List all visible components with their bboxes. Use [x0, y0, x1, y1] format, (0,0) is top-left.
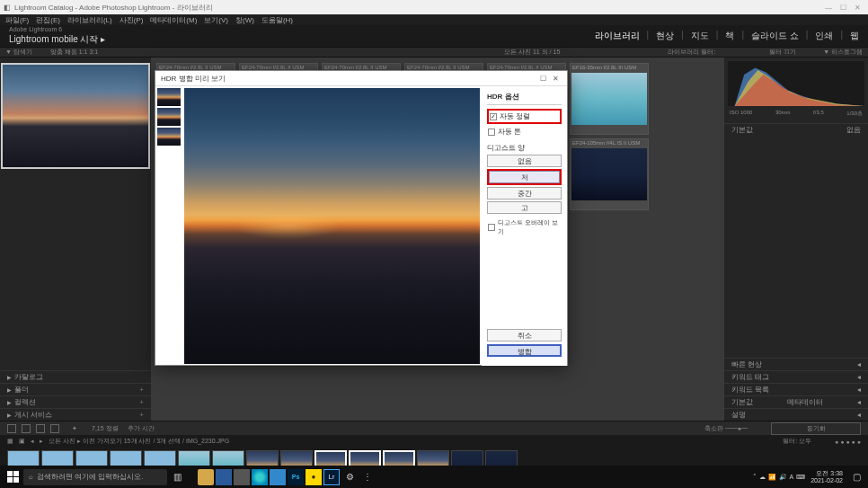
- tray-volume-icon[interactable]: 🔊: [779, 474, 787, 481]
- menu-view[interactable]: 보기(V): [204, 15, 228, 25]
- panel-catalog[interactable]: ▶카탈로그: [0, 370, 151, 383]
- minimize-button[interactable]: —: [821, 4, 836, 12]
- app-icon[interactable]: [270, 469, 286, 485]
- grid-toggle-icon[interactable]: ▦: [7, 438, 13, 445]
- nav-next-icon[interactable]: ▸: [40, 438, 43, 445]
- menu-library[interactable]: 라이브러리(L): [67, 15, 112, 25]
- module-map[interactable]: 지도: [691, 30, 709, 42]
- taskbar-clock[interactable]: 오전 3:38 2021-02-02: [810, 470, 843, 484]
- menu-edit[interactable]: 편집(E): [36, 15, 60, 25]
- plus-icon[interactable]: +: [139, 386, 144, 394]
- dialog-maximize-button[interactable]: ☐: [536, 75, 549, 83]
- module-web[interactable]: 웹: [850, 30, 859, 42]
- app-icon[interactable]: [234, 469, 250, 485]
- panel-keywording[interactable]: 키워드 태그◂: [724, 370, 868, 383]
- navigator-preview[interactable]: [1, 63, 150, 169]
- panel-keywordlist[interactable]: 키워드 목록◂: [724, 383, 868, 395]
- filmstrip-breadcrumb[interactable]: 모든 사진 ▸ 이전 가져오기 15개 사진 / 3개 선택 / IMG_223…: [49, 437, 229, 446]
- app-icon[interactable]: [216, 469, 232, 485]
- source-thumb[interactable]: [157, 88, 181, 106]
- notification-center-icon[interactable]: ▢: [848, 469, 864, 485]
- menu-help[interactable]: 도움말(H): [261, 15, 293, 25]
- filter-label[interactable]: 필터: 모두: [783, 437, 811, 446]
- file-explorer-icon[interactable]: [198, 469, 214, 485]
- menu-metadata[interactable]: 메타데이터(M): [150, 15, 197, 25]
- close-button[interactable]: ✕: [850, 4, 864, 12]
- panel-folders[interactable]: ▶폴더+: [0, 383, 151, 395]
- checkbox-icon[interactable]: [488, 129, 495, 136]
- settings-icon[interactable]: ⚙: [341, 469, 358, 485]
- second-window-icon[interactable]: ▣: [19, 438, 25, 445]
- panel-default[interactable]: 기본값없음: [724, 123, 868, 136]
- auto-tone-row[interactable]: 자동 톤: [487, 126, 562, 138]
- sort-field[interactable]: 추가 시간: [128, 424, 155, 433]
- overlay-row[interactable]: 디고스트 오버레이 보기: [487, 217, 562, 237]
- menu-file[interactable]: 파일(F): [5, 15, 29, 25]
- thumbnail-slider[interactable]: 축소판 ━━●━: [704, 424, 748, 433]
- compare-icon[interactable]: [36, 424, 45, 433]
- rp-val: 없음: [846, 125, 861, 135]
- start-button[interactable]: [4, 468, 22, 486]
- grid-count: 모든 사진 11 의 / 15: [504, 48, 560, 57]
- panel-collections[interactable]: ▶컬렉션+: [0, 395, 151, 408]
- deghost-none-button[interactable]: 없음: [487, 155, 562, 167]
- lightroom-icon[interactable]: Lr: [323, 469, 340, 485]
- checkbox-icon[interactable]: [488, 224, 495, 231]
- meta-shutter: 1/30초: [846, 110, 863, 118]
- module-library[interactable]: 라이브러리: [595, 30, 640, 42]
- menu-photo[interactable]: 사진(P): [120, 15, 144, 25]
- painter-icon[interactable]: ✦: [72, 425, 77, 432]
- plus-icon[interactable]: +: [139, 411, 144, 419]
- histogram[interactable]: [728, 61, 864, 106]
- tray-chevron-icon[interactable]: ˄: [753, 474, 757, 481]
- panel-quickdevelop[interactable]: 빠른 현상◂: [724, 358, 868, 370]
- module-book[interactable]: 책: [725, 30, 734, 42]
- tray-cloud-icon[interactable]: ☁: [759, 474, 766, 481]
- panel-publish[interactable]: ▶게시 서비스+: [0, 408, 151, 421]
- auto-align-row[interactable]: 자동 정렬: [487, 109, 562, 124]
- checkbox-icon[interactable]: [490, 113, 497, 120]
- module-slideshow[interactable]: 슬라이드 쇼: [751, 30, 799, 42]
- photoshop-icon[interactable]: Ps: [288, 469, 304, 485]
- tray-keyboard-icon[interactable]: ⌨: [796, 474, 805, 481]
- menu-window[interactable]: 창(W): [235, 15, 254, 25]
- thumb-label: EF24-105mm f/4L IS II USM: [571, 139, 648, 147]
- kakaotalk-icon[interactable]: ●: [306, 469, 322, 485]
- tray-wifi-icon[interactable]: 📶: [768, 474, 776, 481]
- deghost-high-button[interactable]: 고: [487, 201, 562, 214]
- sort-label[interactable]: 7,15 정렬: [92, 424, 119, 433]
- edge-icon[interactable]: [252, 469, 268, 485]
- grid-cell[interactable]: EF16-35mm f/2.8L III USM: [570, 63, 649, 135]
- cancel-button[interactable]: 취소: [487, 329, 562, 342]
- deghost-medium-button[interactable]: 중간: [487, 187, 562, 200]
- left-panel: ▶카탈로그 ▶폴더+ ▶컬렉션+ ▶게시 서비스+: [0, 58, 151, 421]
- task-view-icon[interactable]: ▥: [169, 469, 185, 485]
- navigator-zoom[interactable]: 맞춤 채움 1:1 3:1: [50, 48, 98, 57]
- maximize-button[interactable]: ☐: [836, 4, 850, 12]
- source-thumb[interactable]: [157, 108, 181, 126]
- dialog-titlebar[interactable]: HDR 병합 미리 보기 ☐ ✕: [155, 71, 567, 86]
- source-thumb[interactable]: [157, 128, 181, 146]
- brand-line2[interactable]: Lightroom mobile 시작 ▸: [9, 33, 105, 46]
- dialog-close-button[interactable]: ✕: [549, 75, 562, 83]
- navigator-label[interactable]: ▼ 탐색기: [5, 48, 32, 57]
- taskbar-search[interactable]: ⌕ 검색하려면 여기에 입력하십시오.: [23, 469, 167, 485]
- loupe-icon[interactable]: [22, 424, 31, 433]
- filter-off[interactable]: 필터 끄기: [769, 48, 796, 57]
- panel-metadata[interactable]: 기본값메타데이터◂: [724, 395, 868, 408]
- sync-button[interactable]: 동기화: [771, 422, 861, 435]
- panel-comments[interactable]: 설명◂: [724, 408, 868, 421]
- merge-button[interactable]: 병합: [487, 344, 562, 357]
- deghost-low-button[interactable]: 저: [489, 171, 560, 183]
- system-tray[interactable]: ˄ ☁ 📶 🔊 A ⌨: [753, 474, 806, 481]
- plus-icon[interactable]: +: [139, 398, 144, 406]
- module-print[interactable]: 인쇄: [815, 30, 833, 42]
- app-icon[interactable]: ⋮: [359, 469, 376, 485]
- tray-ime-icon[interactable]: A: [790, 474, 794, 480]
- module-develop[interactable]: 현상: [656, 30, 674, 42]
- grid-icon[interactable]: [7, 424, 16, 433]
- survey-icon[interactable]: [50, 424, 59, 433]
- panel-publish-label: 게시 서비스: [14, 410, 52, 420]
- grid-cell[interactable]: EF24-105mm f/4L IS II USM: [570, 138, 649, 210]
- nav-prev-icon[interactable]: ◂: [31, 438, 34, 445]
